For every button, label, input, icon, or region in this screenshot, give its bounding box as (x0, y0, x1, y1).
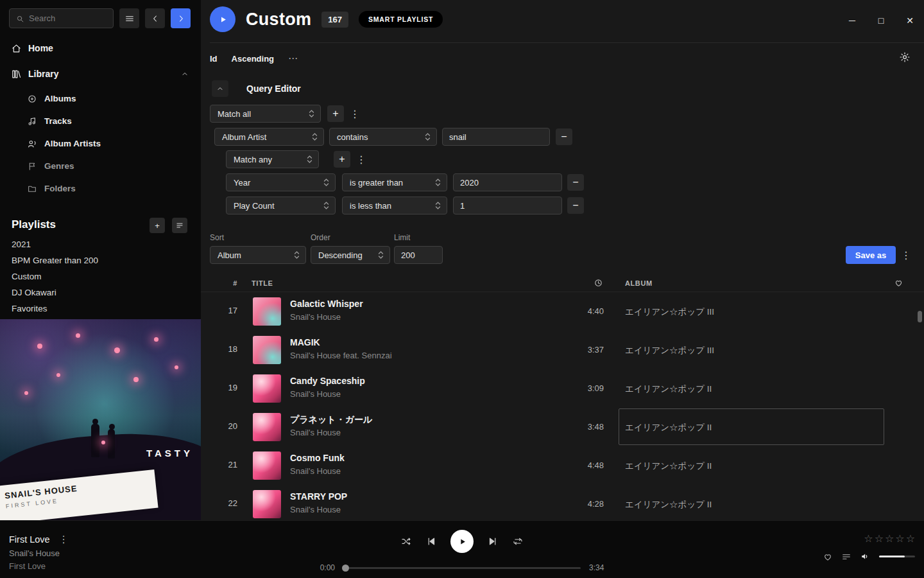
track-album[interactable]: エイリアン☆ポップ II (625, 460, 712, 472)
shuffle-button[interactable] (400, 536, 412, 547)
forward-button[interactable] (171, 8, 191, 28)
sort-direction-button[interactable]: Ascending (232, 54, 274, 64)
title-column-header[interactable]: TITLE (252, 279, 273, 287)
match-any-select[interactable]: Match any (226, 150, 319, 168)
track-title[interactable]: Candy Spaceship (290, 376, 365, 386)
chevron-up-icon[interactable] (180, 69, 189, 78)
rule-value-input[interactable] (442, 128, 550, 146)
minimize-button[interactable]: ─ (843, 12, 861, 30)
sort-select[interactable]: Album (210, 246, 306, 264)
settings-gear-icon[interactable] (899, 51, 911, 63)
rule-value-input[interactable] (453, 173, 562, 191)
next-button[interactable] (487, 536, 499, 547)
menu-button[interactable] (119, 8, 139, 28)
playlist-item[interactable]: Favorites (0, 301, 201, 317)
album-column-header[interactable]: ALBUM (625, 279, 653, 287)
playlist-options-button[interactable] (172, 218, 187, 233)
rule-field-select[interactable]: Year (226, 173, 336, 191)
track-album[interactable]: エイリアン☆ポップ III (625, 306, 714, 318)
track-title[interactable]: STARRY POP (290, 491, 347, 502)
sort-field-button[interactable]: Id (210, 54, 218, 64)
playlist-item[interactable]: BPM Greater than 200 (0, 252, 201, 268)
track-artist[interactable]: Snail's House (290, 505, 341, 514)
sidebar-item-albums[interactable]: Albums (0, 87, 201, 110)
table-row[interactable]: 22 STARRY POP Snail's House 4:28 エイリアン☆ポ… (201, 485, 924, 520)
index-column-header[interactable]: # (201, 279, 237, 287)
duration-column-icon[interactable] (594, 278, 603, 288)
track-album[interactable]: エイリアン☆ポップ II (625, 383, 712, 395)
table-row[interactable]: 20 プラネット・ガール Snail's House 3:48 エイリアン☆ポッ… (201, 408, 924, 446)
track-title[interactable]: Cosmo Funk (290, 453, 345, 463)
seek-bar[interactable] (343, 567, 581, 569)
playlist-item[interactable]: Custom (0, 268, 201, 285)
rule-operator-select[interactable]: contains (329, 128, 437, 146)
rule-operator-select[interactable]: is greater than (342, 173, 447, 191)
add-playlist-button[interactable]: + (150, 218, 165, 233)
now-playing-artist[interactable]: Snail's House (9, 548, 60, 558)
table-row[interactable]: 17 Galactic Whisper Snail's House 4:40 エ… (201, 292, 924, 331)
sidebar-item-folders[interactable]: Folders (0, 177, 201, 200)
star-icon[interactable]: ☆ (864, 532, 873, 545)
track-album[interactable]: エイリアン☆ポップ III (625, 345, 714, 356)
rule-operator-select[interactable]: is less than (342, 197, 447, 215)
rule-field-select[interactable]: Album Artist (214, 128, 324, 146)
track-artist[interactable]: Snail's House (290, 389, 341, 399)
sidebar-item-album-artists[interactable]: Album Artists (0, 132, 201, 155)
add-rule-button[interactable]: + (327, 105, 344, 122)
star-icon[interactable]: ☆ (885, 532, 894, 545)
track-album[interactable]: エイリアン☆ポップ II (625, 422, 712, 434)
scrollbar-thumb[interactable] (918, 311, 922, 322)
now-playing-options-icon[interactable]: ⋮ (59, 534, 69, 545)
now-playing-album[interactable]: First Love (9, 561, 46, 571)
close-button[interactable]: ✕ (901, 12, 919, 30)
favorite-heart-icon[interactable] (823, 552, 833, 562)
remove-rule-button[interactable]: − (567, 197, 584, 214)
limit-input[interactable] (394, 246, 443, 264)
group-options-icon[interactable]: ⋮ (356, 153, 366, 166)
track-title[interactable]: MAGIK (290, 337, 320, 347)
save-options-icon[interactable]: ⋮ (901, 249, 911, 261)
rule-value-input[interactable] (453, 197, 562, 215)
track-artist[interactable]: Snail's House (290, 428, 341, 437)
group-options-icon[interactable]: ⋮ (350, 108, 360, 120)
order-select[interactable]: Descending (311, 246, 390, 264)
volume-slider[interactable] (879, 556, 915, 557)
playlist-item[interactable]: 2021 (0, 236, 201, 252)
play-pause-button[interactable] (450, 530, 474, 553)
now-playing-title[interactable]: First Love (9, 534, 50, 545)
track-title[interactable]: プラネット・ガール (290, 414, 372, 426)
track-artist[interactable]: Snail's House (290, 312, 341, 322)
track-artist[interactable]: Snail's House feat. Sennzai (290, 351, 392, 360)
more-options-icon[interactable]: ⋯ (288, 53, 298, 64)
play-playlist-button[interactable] (210, 6, 235, 32)
maximize-button[interactable]: □ (872, 12, 890, 30)
remove-rule-button[interactable]: − (556, 128, 572, 145)
star-icon[interactable]: ☆ (875, 532, 884, 545)
match-all-select[interactable]: Match all (210, 105, 321, 123)
back-button[interactable] (145, 8, 165, 28)
table-row[interactable]: 21 Cosmo Funk Snail's House 4:48 エイリアン☆ポ… (201, 446, 924, 485)
favorite-column-icon[interactable] (894, 278, 903, 288)
star-icon[interactable]: ☆ (895, 532, 904, 545)
previous-button[interactable] (425, 536, 437, 547)
remove-rule-button[interactable]: − (567, 174, 584, 191)
collapse-query-editor-button[interactable] (212, 80, 228, 97)
rule-field-select[interactable]: Play Count (226, 197, 336, 215)
seek-handle[interactable] (342, 565, 349, 572)
add-rule-button[interactable]: + (334, 151, 350, 168)
table-row[interactable]: 18 MAGIK Snail's House feat. Sennzai 3:3… (201, 331, 924, 369)
track-album[interactable]: エイリアン☆ポップ II (625, 499, 712, 511)
save-as-button[interactable]: Save as (846, 246, 896, 264)
track-artist[interactable]: Snail's House (290, 466, 341, 476)
repeat-button[interactable] (512, 536, 524, 547)
track-title[interactable]: Galactic Whisper (290, 299, 363, 309)
sidebar-item-genres[interactable]: Genres (0, 155, 201, 177)
queue-icon[interactable] (841, 552, 851, 562)
search-input[interactable] (10, 9, 113, 28)
sidebar-item-library[interactable]: Library (0, 64, 201, 83)
playlist-item[interactable]: DJ Okawari (0, 285, 201, 301)
star-icon[interactable]: ☆ (906, 532, 915, 545)
volume-icon[interactable] (860, 551, 871, 562)
table-row[interactable]: 19 Candy Spaceship Snail's House 3:09 エイ… (201, 369, 924, 408)
sidebar-item-home[interactable]: Home (0, 39, 201, 58)
